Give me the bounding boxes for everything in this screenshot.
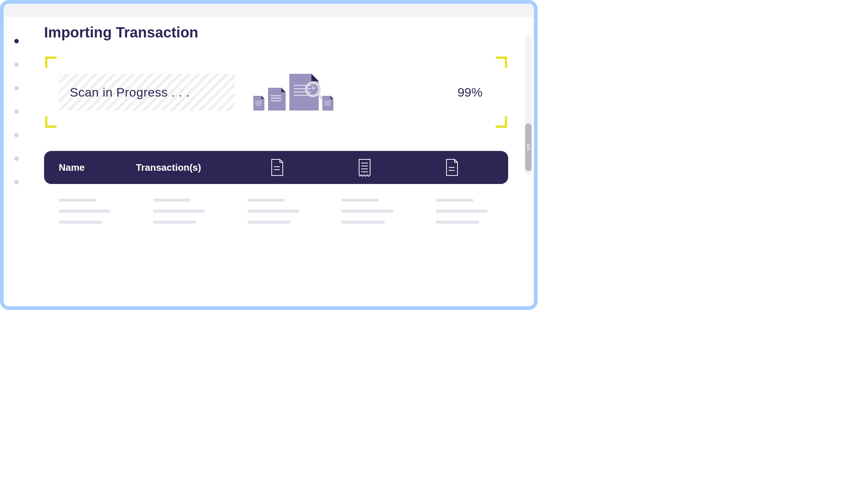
placeholder-line — [436, 199, 473, 202]
app-frame: Importing Transaction Scan in Progress . — [0, 0, 538, 310]
main-area: Importing Transaction Scan in Progress . — [4, 17, 534, 306]
table-header: Name Transaction(s) — [44, 151, 508, 184]
placeholder-col — [247, 199, 305, 224]
documents-illustration — [253, 74, 333, 111]
document-scan-icon — [289, 74, 319, 111]
placeholder-col — [436, 199, 493, 224]
scan-status-text: Scan in Progress . . . — [70, 85, 190, 100]
corner-bracket-icon — [493, 55, 508, 70]
placeholder-line — [341, 199, 379, 202]
placeholder-line — [341, 210, 393, 213]
placeholder-line — [153, 221, 196, 224]
placeholder-line — [59, 199, 96, 202]
placeholder-line — [59, 210, 111, 213]
table-header-transactions: Transaction(s) — [136, 162, 231, 173]
sidebar-step-2[interactable] — [14, 62, 19, 67]
corner-bracket-icon — [44, 114, 59, 129]
scrollbar-track[interactable] — [525, 35, 532, 175]
document-icon — [322, 96, 333, 111]
placeholder-line — [247, 210, 299, 213]
document-icon — [253, 96, 264, 111]
scan-percent: 99% — [457, 85, 482, 100]
placeholder-col — [341, 199, 399, 224]
placeholder-col — [59, 199, 116, 224]
placeholder-line — [247, 221, 291, 224]
table-loading-rows — [44, 184, 508, 224]
scan-panel: Scan in Progress . . . — [44, 55, 508, 129]
corner-bracket-icon — [493, 114, 508, 129]
placeholder-line — [436, 221, 479, 224]
placeholder-line — [247, 199, 285, 202]
window-topbar — [4, 4, 534, 17]
sidebar-step-7[interactable] — [14, 180, 19, 184]
document-icon — [268, 88, 286, 111]
placeholder-line — [59, 221, 102, 224]
placeholder-line — [153, 210, 205, 213]
scan-row: Scan in Progress . . . — [44, 55, 508, 129]
placeholder-line — [341, 221, 385, 224]
content-area: Importing Transaction Scan in Progress . — [29, 17, 534, 306]
sidebar-step-1[interactable] — [14, 39, 19, 43]
scan-status-box: Scan in Progress . . . — [59, 74, 235, 111]
document-outline-icon — [235, 158, 319, 177]
table-header-name: Name — [59, 162, 132, 173]
placeholder-line — [436, 210, 488, 213]
document-outline-icon — [410, 158, 493, 177]
corner-bracket-icon — [44, 55, 59, 70]
placeholder-line — [153, 199, 191, 202]
sidebar-step-4[interactable] — [14, 109, 19, 114]
sidebar-step-6[interactable] — [14, 156, 19, 161]
receipt-outline-icon — [322, 158, 406, 177]
sidebar-step-3[interactable] — [14, 86, 19, 90]
page-title: Importing Transaction — [44, 24, 508, 41]
scrollbar-thumb[interactable] — [525, 123, 532, 171]
sidebar-nav — [4, 17, 29, 306]
placeholder-col — [153, 199, 211, 224]
sidebar-step-5[interactable] — [14, 133, 19, 137]
